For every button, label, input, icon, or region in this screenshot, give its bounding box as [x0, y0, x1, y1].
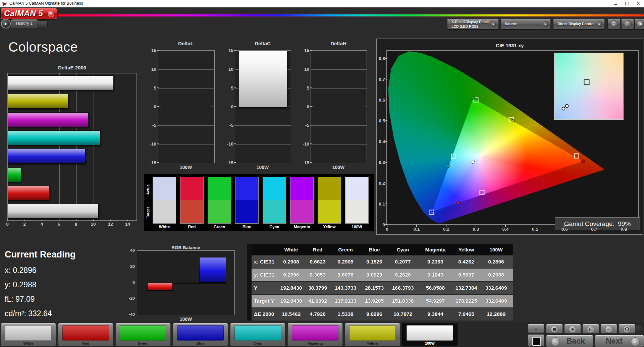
deltae2000-chart: DeltaE 2000 02468101214 [7, 65, 137, 228]
play-glyph [572, 328, 575, 331]
tick-mark [385, 141, 387, 142]
patch-button-cyan[interactable]: Cyan [230, 323, 285, 346]
deltac-plot-area [235, 50, 291, 163]
swatch-actual-100w [345, 177, 368, 200]
table-cell: 0.5007 [453, 272, 479, 278]
play-button[interactable] [564, 324, 581, 334]
source-dropdown-label: Source [505, 19, 517, 29]
x-axis-label: 100W [158, 165, 214, 170]
source-dropdown[interactable]: Source ▼ [500, 18, 551, 29]
interval-button[interactable]: [-] [582, 324, 599, 334]
deltal-plot-area [158, 50, 215, 163]
meter-dropdown[interactable]: X-Rite i1Display RetailLCD (LED RGB) ▼ [447, 18, 499, 29]
cie-measured-red [581, 160, 585, 163]
table-cell: 13.9205 [360, 298, 388, 304]
table-cell: 132.7304 [453, 285, 479, 291]
patch-button-green[interactable]: Green [115, 323, 171, 346]
calman-window: CalMAN 5 CalMAN Ultimate for Business × … [0, 0, 644, 347]
deltae-bar-magenta [8, 112, 89, 127]
chevron-down-icon: ▼ [597, 21, 602, 27]
tick-mark [565, 225, 565, 227]
swatch-label: Blue [235, 225, 259, 229]
display-control-dropdown[interactable]: Direct Display Control ▼ [553, 18, 605, 29]
table-cell: 0.0629 [360, 272, 388, 278]
next-button-label: Next [606, 337, 623, 346]
tick-mark [211, 107, 214, 107]
table-cell: 0.2908 [278, 259, 305, 265]
deltae-bar-white [8, 204, 99, 219]
stop-button[interactable] [546, 324, 563, 334]
swatch-actual-red [180, 177, 203, 200]
close-button[interactable]: × [633, 0, 644, 7]
y-tick-label: -10 [294, 141, 309, 147]
y-tick-label: 0 [121, 280, 135, 285]
tab-scroll-button[interactable]: ▶ [1, 19, 11, 28]
y-tick-label: -15 [142, 160, 156, 165]
patch-button-red[interactable]: Red [58, 323, 113, 346]
y-tick-label: 0.4 [377, 139, 385, 144]
table-cell: 143.3733 [331, 285, 360, 291]
y-tick-label: 15 [142, 48, 156, 53]
swatch-target-white [153, 200, 176, 223]
y-tick-label: 0 [142, 104, 156, 109]
deltae2000-x-axis: 02468101214 [7, 222, 137, 228]
help-icon: ? [624, 20, 632, 28]
x-tick-label: 14 [125, 222, 130, 227]
table-header-cell: Green [331, 247, 360, 252]
tick-mark [385, 204, 387, 204]
back-button[interactable]: « Back [546, 335, 593, 347]
tick-mark [364, 107, 367, 107]
loop-infinite-button[interactable]: ∞ [600, 324, 617, 334]
patch-button-blue[interactable]: Blue [173, 323, 228, 346]
y-tick-label: 10 [219, 66, 233, 71]
patch-button-yellow[interactable]: Yellow [345, 323, 400, 346]
swatch-column-100w [345, 177, 369, 224]
tick-mark [288, 107, 291, 107]
tick-mark [385, 100, 387, 100]
gridline [158, 88, 214, 89]
x-tick-label: 0 [386, 227, 388, 232]
restore-button[interactable] [621, 0, 633, 7]
table-cell: 0.3053 [305, 272, 331, 278]
cie-measured-white [472, 161, 475, 164]
y-tick-label: -5 [219, 123, 233, 128]
y-tick-label: -10 [219, 141, 233, 147]
table-cell: 10.5462 [278, 311, 305, 317]
patch-button-100w[interactable]: 100W [402, 323, 458, 346]
table-header-cell: Red [305, 247, 331, 252]
patch-button-magenta[interactable]: Magenta [287, 323, 343, 346]
display-dropdown-label: Direct Display Control [557, 19, 594, 29]
deltae-bar-100w [8, 75, 114, 90]
x-tick-label: 0.7 [591, 227, 597, 232]
collapse-panel-button[interactable]: ◀ [635, 18, 644, 29]
settings-button[interactable]: ⚙ [608, 18, 621, 29]
minimize-button[interactable] [610, 0, 621, 7]
tab-history-1[interactable]: History 1 [11, 19, 38, 28]
source-status-stripe [501, 19, 503, 28]
patch-marker-button[interactable] [528, 334, 544, 347]
chevrons-left-icon: « [551, 337, 560, 346]
patch-swatch [292, 325, 338, 341]
table-cell: 12.2889 [479, 311, 513, 317]
chart-title: DeltaC [235, 41, 290, 46]
gridline [311, 125, 367, 126]
reading-y: y: 0.2988 [5, 280, 37, 289]
x-tick-label: 0.8 [621, 227, 627, 232]
patch-swatch [120, 325, 166, 341]
tick-mark [7, 220, 8, 221]
tick-mark [385, 183, 387, 183]
next-button[interactable]: Next » [595, 335, 644, 347]
patch-swatch [349, 325, 396, 341]
calman-logo-menu[interactable]: CalMAN 5 ▼ [1, 8, 57, 19]
patch-button-white[interactable]: White [1, 323, 56, 346]
y-tick-label: 20 [121, 264, 135, 269]
gridline [311, 144, 367, 144]
expand-controls-button[interactable]: ▲ [528, 324, 544, 333]
deltah-chart: DeltaH 100W 151050-5-10-15 [294, 41, 366, 171]
table-header-cell: Blue [360, 247, 388, 252]
new-tab-button[interactable]: + [38, 20, 48, 28]
refresh-button[interactable] [619, 324, 635, 334]
help-button[interactable]: ? [621, 18, 634, 29]
tick-mark [310, 88, 312, 88]
table-cell: 0.2077 [388, 259, 417, 265]
